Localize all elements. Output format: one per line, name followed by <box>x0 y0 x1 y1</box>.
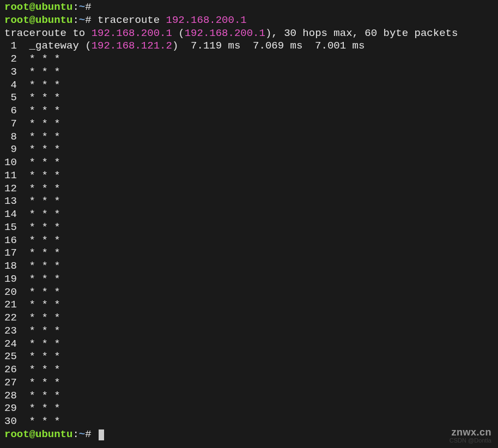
hop-stars: * * * <box>17 221 60 233</box>
hop-line: 12 * * * <box>4 183 494 196</box>
prompt-colon: : <box>72 428 78 440</box>
hop-number: 6 <box>4 105 17 118</box>
hop-stars: * * * <box>17 234 60 246</box>
hop-number: 13 <box>4 195 17 208</box>
hop-number: 12 <box>4 183 17 196</box>
command-arg: 192.168.200.1 <box>166 14 246 26</box>
hop-number: 28 <box>4 390 17 403</box>
hop-line: 2 * * * <box>4 53 494 66</box>
hop-stars: * * * <box>17 299 60 311</box>
prompt-colon: : <box>72 1 78 13</box>
hop-stars: * * * <box>17 195 60 207</box>
hop-number: 4 <box>4 79 17 92</box>
hop-number: 27 <box>4 377 17 390</box>
prompt-line-final[interactable]: root@ubuntu:~# <box>4 428 494 441</box>
hop-number: 8 <box>4 131 17 144</box>
hop-line: 27 * * * <box>4 377 494 390</box>
hop-stars: * * * <box>17 169 60 181</box>
hop-stars: * * * <box>17 92 60 104</box>
hop-line: 18 * * * <box>4 260 494 273</box>
hop-number: 17 <box>4 247 17 260</box>
hop-number: 11 <box>4 169 17 183</box>
hop-stars: * * * <box>17 390 60 402</box>
hop-number: 19 <box>4 273 17 286</box>
prompt-hash: # <box>85 14 98 26</box>
hop-stars: * * * <box>17 247 60 259</box>
prompt-at: @ <box>29 428 35 440</box>
command-text: traceroute <box>98 14 166 26</box>
hop-line: 24 * * * <box>4 338 494 351</box>
hop-line: 25 * * * <box>4 350 494 364</box>
hop-number: 7 <box>4 118 17 131</box>
hop-line: 20 * * * <box>4 286 494 299</box>
hop-number: 1 <box>4 40 17 53</box>
prompt-hash: # <box>85 428 98 440</box>
hop-number: 2 <box>4 53 17 66</box>
hop-stars: * * * <box>17 350 60 362</box>
hop-number: 9 <box>4 143 17 156</box>
command-line: root@ubuntu:~# traceroute 192.168.200.1 <box>4 14 494 27</box>
header-open: ( <box>172 27 185 39</box>
hop-number: 20 <box>4 286 17 299</box>
hop-line: 11 * * * <box>4 169 494 183</box>
prompt-path: ~ <box>79 14 85 26</box>
hop-stars: * * * <box>17 312 60 324</box>
hop-number: 25 <box>4 350 17 364</box>
hop-stars: * * * <box>17 377 60 389</box>
hop-number: 29 <box>4 402 17 415</box>
prompt-user: root <box>4 428 29 440</box>
hop-stars: * * * <box>17 156 60 168</box>
hop-line: 17 * * * <box>4 247 494 260</box>
prompt-hash: # <box>85 1 98 13</box>
hop-gateway: _gateway ( <box>29 40 92 52</box>
hop-number: 15 <box>4 221 17 234</box>
hop-stars: * * * <box>17 53 60 65</box>
hop-line: 4 * * * <box>4 79 494 92</box>
hop-line: 7 * * * <box>4 118 494 131</box>
hop-number: 24 <box>4 338 17 351</box>
hop-number: 14 <box>4 208 17 221</box>
traceroute-header: traceroute to 192.168.200.1 (192.168.200… <box>4 27 494 40</box>
hop-stars: * * * <box>17 286 60 298</box>
prompt-user: root <box>4 14 29 26</box>
hop-stars: * * * <box>17 415 60 427</box>
prompt-user: root <box>4 1 29 13</box>
hop-line: 28 * * * <box>4 390 494 403</box>
hop-line: 16 * * * <box>4 234 494 247</box>
hop-number: 26 <box>4 364 17 377</box>
hop-gap <box>17 40 29 52</box>
hop-number: 21 <box>4 299 17 312</box>
hop-stars: * * * <box>17 260 60 272</box>
hop-number: 30 <box>4 415 17 428</box>
header-rest: , 30 hops max, 60 byte packets <box>271 27 458 39</box>
hop-stars: * * * <box>17 338 60 350</box>
hop-number: 22 <box>4 312 17 325</box>
hop-times: 7.119 ms 7.069 ms 7.001 ms <box>178 40 365 52</box>
hop-line: 29 * * * <box>4 402 494 415</box>
hop-line: 8 * * * <box>4 131 494 144</box>
hop-line: 10 * * * <box>4 156 494 169</box>
hop-close: ) <box>172 40 178 52</box>
prompt-path: ~ <box>79 1 85 13</box>
hop-number: 3 <box>4 66 17 79</box>
prompt-colon: : <box>72 14 78 26</box>
prompt-at: @ <box>29 1 35 13</box>
hop-number: 5 <box>4 92 17 105</box>
prompt-host: ubuntu <box>35 428 72 440</box>
hop-stars: * * * <box>17 325 60 337</box>
hop-line: 6 * * * <box>4 105 494 118</box>
watermark-author: CSDN @Dontla <box>450 437 491 445</box>
hop-line-1: 1 _gateway (192.168.121.2) 7.119 ms 7.06… <box>4 40 494 53</box>
watermark-site: znwx.cn <box>451 426 491 439</box>
hop-line: 14 * * * <box>4 208 494 221</box>
hop-line: 9 * * * <box>4 143 494 156</box>
header-ip1: 192.168.200.1 <box>92 27 172 39</box>
hop-line: 5 * * * <box>4 92 494 105</box>
prompt-at: @ <box>29 14 35 26</box>
hop-line: 21 * * * <box>4 299 494 312</box>
hop-stars: * * * <box>17 66 60 78</box>
hop-number: 16 <box>4 234 17 247</box>
prompt-host: ubuntu <box>35 14 72 26</box>
prompt-host: ubuntu <box>35 1 72 13</box>
header-prefix: traceroute to <box>4 27 92 39</box>
